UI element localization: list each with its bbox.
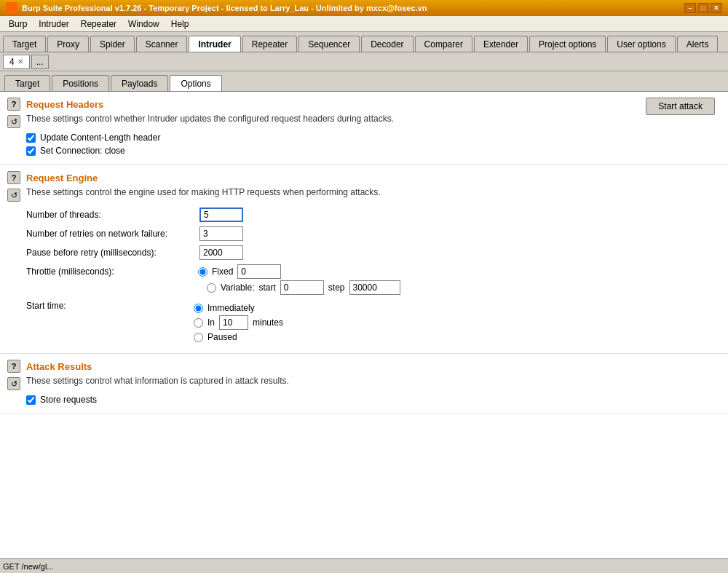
request-headers-title: Request Headers bbox=[26, 99, 103, 110]
request-engine-desc: These settings control the engine used f… bbox=[26, 187, 381, 197]
tab-more-button[interactable]: ... bbox=[31, 55, 49, 69]
tab-spider[interactable]: Spider bbox=[90, 36, 135, 52]
close-button[interactable]: ✕ bbox=[711, 3, 722, 13]
request-headers-section: ? Request Headers ↺ These settings contr… bbox=[0, 92, 728, 165]
attack-results-header: ? Attack Results bbox=[7, 360, 721, 373]
tab-user-options[interactable]: User options bbox=[607, 36, 675, 52]
throttle-step-label: step bbox=[328, 282, 345, 293]
start-time-immediately-radio[interactable] bbox=[194, 304, 203, 313]
minimize-button[interactable]: – bbox=[684, 3, 696, 13]
subtab-payloads[interactable]: Payloads bbox=[111, 75, 168, 91]
set-connection-label: Set Connection: close bbox=[40, 146, 125, 156]
request-headers-refresh-button[interactable]: ↺ bbox=[7, 115, 20, 128]
request-engine-section: ? Request Engine ↺ These settings contro… bbox=[0, 165, 728, 354]
threads-label: Number of threads: bbox=[26, 210, 194, 220]
throttle-start-input[interactable] bbox=[280, 280, 324, 295]
throttle-variable-row: Variable: start step bbox=[26, 280, 721, 295]
request-engine-header: ? Request Engine bbox=[7, 171, 721, 184]
update-content-length-checkbox[interactable] bbox=[26, 133, 36, 143]
store-requests-row: Store requests bbox=[26, 395, 721, 405]
app-icon bbox=[6, 2, 17, 14]
throttle-fixed-label: Fixed bbox=[212, 266, 233, 277]
pause-retry-label: Pause before retry (milliseconds): bbox=[26, 248, 194, 258]
attack-results-help-button[interactable]: ? bbox=[7, 360, 20, 373]
tab-target[interactable]: Target bbox=[3, 36, 46, 52]
start-time-minutes-input[interactable] bbox=[219, 315, 248, 330]
subtab-options[interactable]: Options bbox=[170, 75, 221, 91]
throttle-fixed-input[interactable] bbox=[237, 264, 281, 279]
menu-item-burp[interactable]: Burp bbox=[3, 17, 33, 31]
throttle-start-label: start bbox=[258, 282, 275, 293]
throttle-fixed-radio[interactable] bbox=[198, 267, 207, 277]
start-time-immediately-option: Immediately bbox=[194, 303, 283, 313]
set-connection-row: Set Connection: close bbox=[26, 146, 721, 156]
title-text: Burp Suite Professional v1.7.26 - Tempor… bbox=[22, 4, 684, 12]
main-tabs: Target Proxy Spider Scanner Intruder Rep… bbox=[0, 32, 728, 52]
tab-number-4[interactable]: 4 ✕ bbox=[3, 55, 30, 69]
menu-item-repeater[interactable]: Repeater bbox=[75, 17, 122, 31]
start-time-section: Start time: Immediately In minutes Pause… bbox=[26, 301, 721, 344]
retries-row: Number of retries on network failure: bbox=[26, 226, 721, 241]
attack-results-refresh-button[interactable]: ↺ bbox=[7, 377, 20, 390]
tab-extender[interactable]: Extender bbox=[474, 36, 528, 52]
start-time-immediately-label: Immediately bbox=[207, 303, 255, 313]
menu-item-window[interactable]: Window bbox=[122, 17, 165, 31]
tab-proxy[interactable]: Proxy bbox=[47, 36, 89, 52]
content-area: Start attack ? Request Headers ↺ These s… bbox=[0, 92, 728, 558]
start-time-minutes-label: minutes bbox=[253, 317, 283, 328]
update-content-length-row: Update Content-Length header bbox=[26, 133, 721, 143]
tab-comparer[interactable]: Comparer bbox=[415, 36, 472, 52]
retries-input[interactable] bbox=[199, 226, 243, 241]
throttle-variable-radio[interactable] bbox=[207, 283, 216, 293]
request-engine-help-button[interactable]: ? bbox=[7, 171, 20, 184]
maximize-button[interactable]: □ bbox=[697, 3, 709, 13]
start-time-in-option: In minutes bbox=[194, 315, 283, 330]
throttle-step-input[interactable] bbox=[349, 280, 400, 295]
threads-row: Number of threads: bbox=[26, 208, 721, 222]
sub-tabs: Target Positions Payloads Options bbox=[0, 71, 728, 92]
tab-repeater[interactable]: Repeater bbox=[242, 36, 297, 52]
attack-results-desc: These settings control what information … bbox=[26, 376, 289, 386]
tab-number-row: 4 ✕ ... bbox=[0, 52, 728, 71]
throttle-variable-label: Variable: bbox=[221, 282, 254, 293]
tab-intruder[interactable]: Intruder bbox=[189, 36, 240, 52]
pause-retry-input[interactable] bbox=[199, 245, 243, 260]
tab-close-icon[interactable]: ✕ bbox=[17, 58, 23, 66]
start-time-in-label: In bbox=[207, 317, 215, 328]
request-headers-help-button[interactable]: ? bbox=[7, 98, 20, 111]
throttle-label: Throttle (milliseconds): bbox=[26, 266, 194, 277]
start-time-paused-radio[interactable] bbox=[194, 333, 203, 342]
subtab-positions[interactable]: Positions bbox=[52, 75, 109, 91]
start-time-paused-option: Paused bbox=[194, 332, 283, 342]
tab-alerts[interactable]: Alerts bbox=[677, 36, 719, 52]
status-bar: GET /new/gl... bbox=[0, 558, 728, 573]
start-time-label: Start time: bbox=[26, 301, 194, 311]
throttle-row: Throttle (milliseconds): Fixed bbox=[26, 264, 721, 279]
tab-scanner[interactable]: Scanner bbox=[136, 36, 188, 52]
window-controls: – □ ✕ bbox=[684, 3, 722, 13]
menu-item-help[interactable]: Help bbox=[165, 17, 195, 31]
tab-decoder[interactable]: Decoder bbox=[361, 36, 413, 52]
title-bar: Burp Suite Professional v1.7.26 - Tempor… bbox=[0, 0, 728, 16]
menu-item-intruder[interactable]: Intruder bbox=[33, 17, 74, 31]
request-headers-desc: These settings control whether Intruder … bbox=[26, 114, 394, 124]
request-engine-title: Request Engine bbox=[26, 173, 98, 183]
start-time-in-radio[interactable] bbox=[194, 318, 203, 328]
tab-project-options[interactable]: Project options bbox=[529, 36, 606, 52]
threads-input[interactable] bbox=[199, 208, 243, 222]
request-headers-header: ? Request Headers bbox=[7, 98, 721, 111]
attack-results-title: Attack Results bbox=[26, 361, 92, 372]
store-requests-label: Store requests bbox=[40, 395, 97, 405]
pause-retry-row: Pause before retry (milliseconds): bbox=[26, 245, 721, 260]
status-text: GET /new/gl... bbox=[3, 562, 54, 571]
set-connection-checkbox[interactable] bbox=[26, 146, 36, 156]
store-requests-checkbox[interactable] bbox=[26, 395, 36, 405]
subtab-target[interactable]: Target bbox=[4, 75, 50, 91]
retries-label: Number of retries on network failure: bbox=[26, 229, 194, 239]
start-attack-button[interactable]: Start attack bbox=[646, 98, 715, 115]
menu-bar: Burp Intruder Repeater Window Help bbox=[0, 16, 728, 32]
request-engine-refresh-button[interactable]: ↺ bbox=[7, 189, 20, 202]
tab-sequencer[interactable]: Sequencer bbox=[298, 36, 360, 52]
update-content-length-label: Update Content-Length header bbox=[40, 133, 160, 143]
start-time-options: Immediately In minutes Paused bbox=[194, 301, 283, 344]
